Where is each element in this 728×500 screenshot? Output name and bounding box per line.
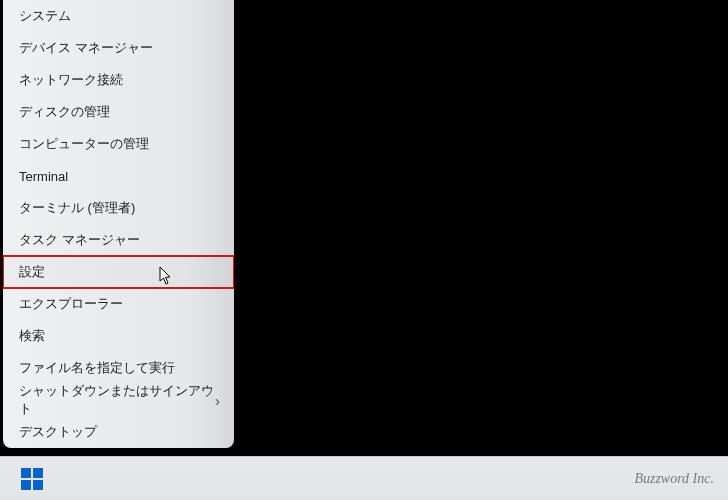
menu-item[interactable]: コンピューターの管理 xyxy=(3,128,234,160)
menu-item[interactable]: 検索 xyxy=(3,320,234,352)
menu-item-label: ディスクの管理 xyxy=(19,103,110,121)
desktop-screen: システムデバイス マネージャーネットワーク接続ディスクの管理コンピューターの管理… xyxy=(0,0,728,500)
menu-item[interactable]: Terminal xyxy=(3,160,234,192)
menu-item-label: シャットダウンまたはサインアウト xyxy=(19,382,218,418)
menu-item[interactable]: エクスプローラー xyxy=(3,288,234,320)
menu-item-label: ネットワーク接続 xyxy=(19,71,123,89)
menu-item-label: 検索 xyxy=(19,327,45,345)
menu-item[interactable]: タスク マネージャー xyxy=(3,224,234,256)
start-button[interactable] xyxy=(18,465,46,493)
menu-item[interactable]: ネットワーク接続 xyxy=(3,64,234,96)
menu-item-label: デスクトップ xyxy=(19,423,97,441)
menu-item-label: ファイル名を指定して実行 xyxy=(19,359,175,377)
menu-item[interactable]: ターミナル (管理者) xyxy=(3,192,234,224)
menu-item-label: 設定 xyxy=(19,263,45,281)
menu-item-label: タスク マネージャー xyxy=(19,231,140,249)
menu-item-label: デバイス マネージャー xyxy=(19,39,153,57)
menu-item-label: システム xyxy=(19,7,71,25)
menu-item[interactable]: シャットダウンまたはサインアウト xyxy=(3,384,234,416)
menu-item[interactable]: ファイル名を指定して実行 xyxy=(3,352,234,384)
brand-label: Buzzword Inc. xyxy=(634,471,714,487)
menu-item[interactable]: デスクトップ xyxy=(3,416,234,448)
menu-item[interactable]: 設定 xyxy=(3,256,234,288)
menu-item-label: エクスプローラー xyxy=(19,295,123,313)
taskbar: Buzzword Inc. xyxy=(0,456,728,500)
menu-item-label: コンピューターの管理 xyxy=(19,135,149,153)
winx-context-menu: システムデバイス マネージャーネットワーク接続ディスクの管理コンピューターの管理… xyxy=(3,0,234,448)
menu-item[interactable]: システム xyxy=(3,0,234,32)
menu-item-label: Terminal xyxy=(19,169,68,184)
menu-item[interactable]: ディスクの管理 xyxy=(3,96,234,128)
windows-logo-icon xyxy=(21,468,43,490)
menu-item[interactable]: デバイス マネージャー xyxy=(3,32,234,64)
menu-item-label: ターミナル (管理者) xyxy=(19,199,135,217)
